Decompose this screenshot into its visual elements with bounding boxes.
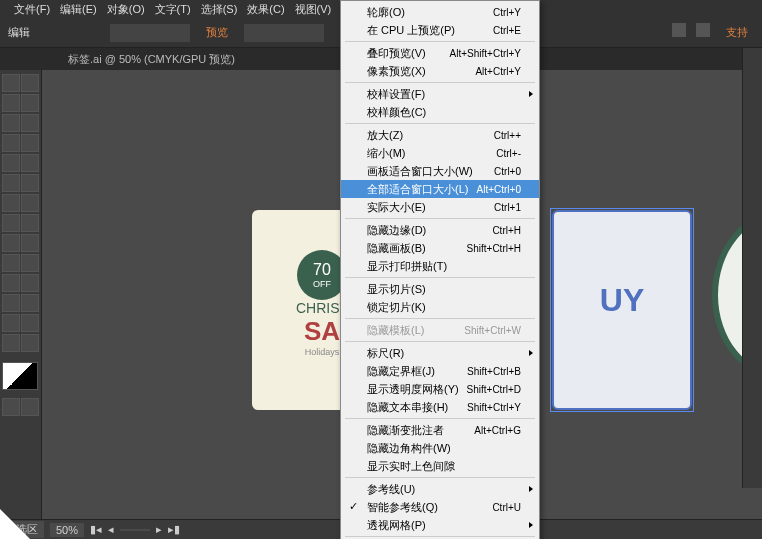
menu-edit[interactable]: 编辑(E) [56,0,101,19]
menu-item[interactable]: 像素预览(X)Alt+Ctrl+Y [341,62,539,80]
menu-item[interactable]: 叠印预览(V)Alt+Shift+Ctrl+Y [341,44,539,62]
menu-select[interactable]: 选择(S) [197,0,242,19]
preset-dropdown[interactable] [244,24,324,42]
graph-tool[interactable] [21,294,39,312]
artboard-tool[interactable] [2,314,20,332]
prev-artboard-icon[interactable]: ◂ [108,523,114,536]
width-tool[interactable] [2,214,20,232]
menu-object[interactable]: 对象(O) [103,0,149,19]
menu-item[interactable]: 隐藏文本串接(H)Shift+Ctrl+Y [341,398,539,416]
artboard-nav-field[interactable] [120,529,150,531]
type-tool[interactable] [2,134,20,152]
first-artboard-icon[interactable]: ▮◂ [90,523,102,536]
menu-item[interactable]: 实际大小(E)Ctrl+1 [341,198,539,216]
pen-tool[interactable] [2,114,20,132]
menu-item[interactable]: 校样颜色(C) [341,103,539,121]
menu-item[interactable]: 标尺(R) [341,344,539,362]
shaper-tool[interactable] [2,174,20,192]
menu-item[interactable]: 校样设置(F) [341,85,539,103]
menu-item[interactable]: ✓智能参考线(Q)Ctrl+U [341,498,539,516]
menu-item[interactable]: 显示透明度网格(Y)Shift+Ctrl+D [341,380,539,398]
selection-tool[interactable] [2,74,20,92]
slice-tool[interactable] [21,314,39,332]
menu-item[interactable]: 在 CPU 上预览(P)Ctrl+E [341,21,539,39]
fill-stroke-swatch[interactable] [2,362,38,390]
menu-item[interactable]: 隐藏画板(B)Shift+Ctrl+H [341,239,539,257]
style-dropdown[interactable] [110,24,190,42]
zoom-tool[interactable] [21,334,39,352]
next-artboard-icon[interactable]: ▸ [156,523,162,536]
tools-panel [0,70,42,520]
menu-item[interactable]: 隐藏渐变批注者Alt+Ctrl+G [341,421,539,439]
shape-builder-tool[interactable] [2,234,20,252]
menu-item[interactable]: 显示切片(S) [341,280,539,298]
prefs-icon[interactable] [696,23,710,37]
last-artboard-icon[interactable]: ▸▮ [168,523,180,536]
menu-item[interactable]: 锁定切片(K) [341,298,539,316]
lasso-tool[interactable] [21,94,39,112]
blend-tool[interactable] [21,274,39,292]
menu-item[interactable]: 隐藏定界框(J)Shift+Ctrl+B [341,362,539,380]
menu-effect[interactable]: 效果(C) [243,0,288,19]
menu-item: 隐藏模板(L)Shift+Ctrl+W [341,321,539,339]
menu-item[interactable]: 显示实时上色间隙 [341,457,539,475]
curvature-tool[interactable] [21,114,39,132]
symbol-tool[interactable] [2,294,20,312]
zoom-level[interactable]: 50% [50,523,84,537]
eyedropper-tool[interactable] [2,274,20,292]
menu-item[interactable]: 放大(Z)Ctrl++ [341,126,539,144]
menu-type[interactable]: 文字(T) [151,0,195,19]
magic-wand-tool[interactable] [2,94,20,112]
eraser-tool[interactable] [21,174,39,192]
view-dropdown-menu: 轮廓(O)Ctrl+Y在 CPU 上预览(P)Ctrl+E叠印预览(V)Alt+… [340,0,540,539]
menu-item[interactable]: 参考线(U) [341,480,539,498]
preview-button[interactable]: 预览 [200,23,234,42]
mesh-tool[interactable] [2,254,20,272]
rotate-tool[interactable] [2,194,20,212]
brush-tool[interactable] [21,154,39,172]
screen-mode-icon[interactable] [21,398,39,416]
menu-file[interactable]: 文件(F) [10,0,54,19]
scale-tool[interactable] [21,194,39,212]
menu-item[interactable]: 缩小(M)Ctrl+- [341,144,539,162]
menu-item[interactable]: 全部适合窗口大小(L)Alt+Ctrl+0 [341,180,539,198]
menu-item[interactable]: 隐藏边缘(D)Ctrl+H [341,221,539,239]
document-tab[interactable]: 标签.ai @ 50% (CMYK/GPU 预览) [60,50,243,69]
hand-tool[interactable] [2,334,20,352]
direct-select-tool[interactable] [21,74,39,92]
menu-view[interactable]: 视图(V) [291,0,336,19]
gradient-tool[interactable] [21,254,39,272]
menu-item[interactable]: 透视网格(P) [341,516,539,534]
menu-item[interactable]: 轮廓(O)Ctrl+Y [341,3,539,21]
support-label[interactable]: 支持 [720,23,754,42]
menu-item[interactable]: 隐藏边角构件(W) [341,439,539,457]
rect-tool[interactable] [2,154,20,172]
line-tool[interactable] [21,134,39,152]
free-transform-tool[interactable] [21,214,39,232]
artwork-tag-2-selected: UY [552,210,692,410]
perspective-tool[interactable] [21,234,39,252]
menu-item[interactable]: 显示打印拼贴(T) [341,257,539,275]
doc-setup-icon[interactable] [672,23,686,37]
mode-label: 编辑 [8,25,30,40]
draw-mode-icon[interactable] [2,398,20,416]
right-panel-collapsed[interactable] [742,48,762,488]
menu-item[interactable]: 画板适合窗口大小(W)Ctrl+0 [341,162,539,180]
corner-cut-decoration [0,509,30,539]
